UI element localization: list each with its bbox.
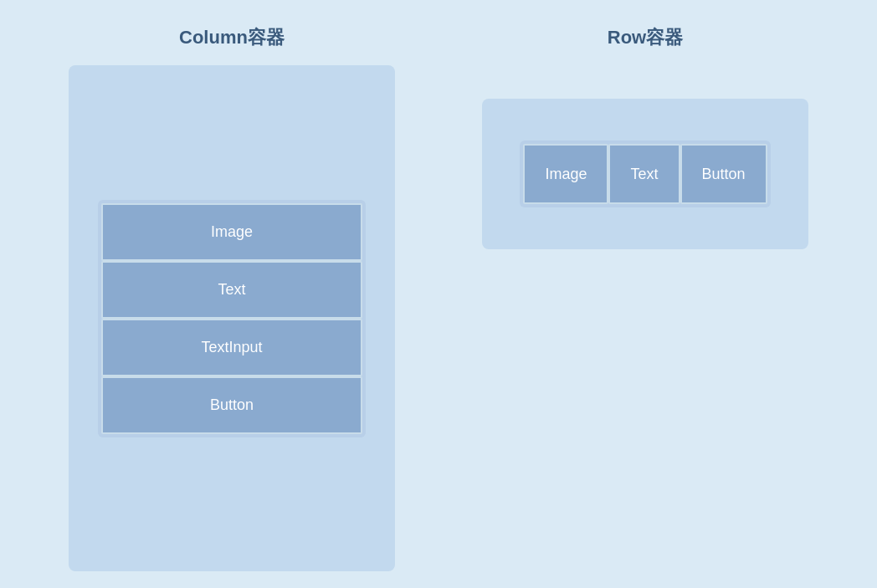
column-item: Text [101, 261, 362, 319]
column-item: Button [101, 376, 362, 434]
row-item: Button [680, 144, 767, 204]
row-item: Text [608, 144, 680, 204]
column-item: Image [101, 203, 362, 261]
row-item: Image [523, 144, 608, 204]
column-section: Column容器 ImageTextTextInputButton [25, 17, 438, 571]
page-layout: Column容器 ImageTextTextInputButton Row容器 … [0, 0, 877, 588]
row-section-title: Row容器 [608, 25, 683, 50]
row-inner: ImageTextButton [520, 141, 770, 207]
row-container: ImageTextButton [482, 99, 808, 249]
column-container: ImageTextTextInputButton [69, 65, 395, 571]
row-section: Row容器 ImageTextButton [438, 17, 852, 571]
column-item: TextInput [101, 319, 362, 376]
column-inner: ImageTextTextInputButton [98, 200, 366, 437]
column-section-title: Column容器 [179, 25, 285, 50]
